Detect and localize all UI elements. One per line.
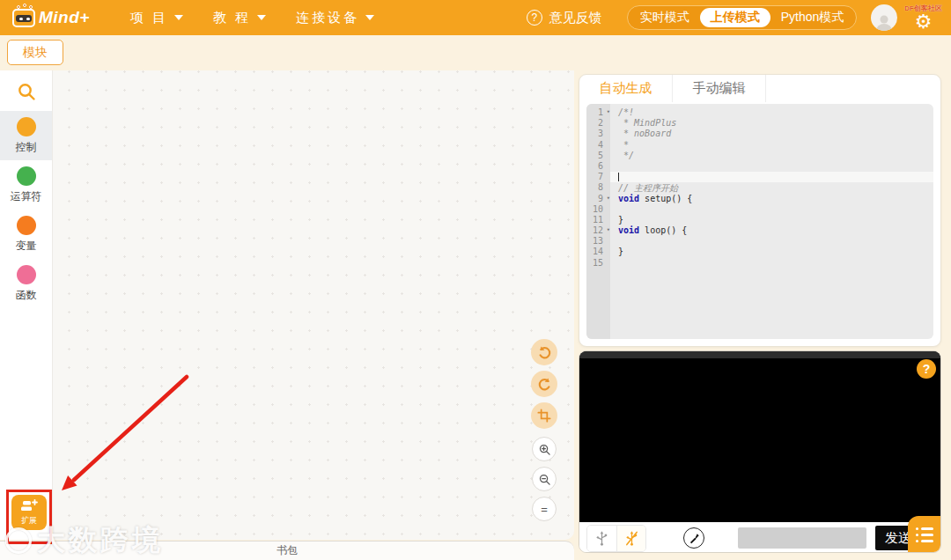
- line-number: 12▾: [586, 225, 610, 236]
- line-number: 5: [586, 151, 610, 161]
- code-tabs: 自动生成 手动编辑: [579, 75, 940, 102]
- code-token: setup() {: [639, 194, 692, 203]
- mindplus-logo[interactable]: Mind+: [12, 8, 90, 27]
- broom-icon: [689, 533, 700, 544]
- line-number: 8: [586, 182, 610, 193]
- extensions-button[interactable]: 扩展: [11, 495, 47, 530]
- code-line: * MindPlus: [610, 118, 933, 129]
- question-circle-icon: ?: [527, 10, 542, 26]
- undo-button[interactable]: [531, 339, 557, 365]
- search-icon[interactable]: [16, 81, 37, 102]
- list-icon: [916, 527, 933, 530]
- chevron-down-icon: [365, 15, 374, 20]
- mode-switch-group: 实时模式 上传模式 Python模式: [627, 5, 858, 30]
- sidebar-category[interactable]: 变量: [0, 210, 52, 259]
- usb-connect-button[interactable]: [587, 526, 616, 551]
- sidebar-category[interactable]: 运算符: [0, 160, 52, 210]
- serial-output-screen: ?: [579, 351, 940, 522]
- code-body: /*! * MindPlus * noBoard * */// 主程序开始voi…: [610, 104, 933, 339]
- line-number: 10: [586, 204, 610, 215]
- extension-blocks-icon: [20, 499, 38, 514]
- gear-icon[interactable]: ⚙: [915, 13, 933, 31]
- code-line: }: [610, 215, 933, 225]
- menu-tutorial[interactable]: 教 程: [213, 10, 266, 26]
- code-line: // 主程序开始: [610, 182, 933, 193]
- code-line: void loop() {: [610, 225, 933, 236]
- line-number: 4: [586, 140, 610, 151]
- line-number-gutter: 1▾23456789▾101112▾131415: [586, 104, 610, 339]
- code-line: */: [610, 151, 933, 161]
- code-line: [610, 258, 933, 269]
- sidebar-category[interactable]: 控制: [0, 111, 52, 160]
- zoom-in-button[interactable]: [532, 437, 557, 461]
- tab-auto-generate[interactable]: 自动生成: [579, 75, 673, 102]
- tab-modules[interactable]: 模块: [7, 40, 63, 65]
- line-number: 13: [586, 236, 610, 247]
- menu-project[interactable]: 项 目: [130, 10, 183, 26]
- code-token: * MindPlus: [618, 118, 676, 128]
- code-line: /*!: [610, 107, 933, 118]
- code-token: */: [618, 151, 634, 160]
- tab-manual-edit[interactable]: 手动编辑: [673, 75, 766, 102]
- category-list: 控制运算符变量函数: [0, 111, 52, 308]
- backpack-bar[interactable]: 书包: [0, 541, 574, 560]
- usb-toggle-group: [586, 525, 646, 552]
- extensions-label: 扩展: [21, 515, 37, 527]
- line-number: 11: [586, 215, 610, 225]
- serial-titlebar: [579, 351, 940, 358]
- line-number: 2: [586, 118, 610, 129]
- robot-logo-icon: [12, 9, 35, 27]
- category-color-dot: [17, 117, 36, 136]
- category-label: 控制: [16, 140, 37, 155]
- code-line: [610, 161, 933, 172]
- code-line: * noBoard: [610, 129, 933, 139]
- code-line: *: [610, 140, 933, 151]
- category-label: 变量: [16, 239, 37, 254]
- code-line: }: [610, 247, 933, 257]
- logo-text: Mind+: [39, 8, 90, 27]
- line-number: 14: [586, 247, 610, 257]
- code-token: void: [618, 194, 639, 203]
- sidebar-category[interactable]: 函数: [0, 259, 52, 308]
- redo-button[interactable]: [531, 371, 557, 397]
- serial-settings-menu-button[interactable]: [908, 516, 940, 553]
- serial-controls: 发送: [579, 522, 940, 553]
- chevron-down-icon: [257, 15, 266, 20]
- block-category-sidebar: 控制运算符变量函数 扩展: [0, 70, 53, 540]
- help-button[interactable]: ?: [917, 359, 936, 379]
- code-token: *: [618, 140, 629, 150]
- backpack-label: 书包: [276, 543, 298, 558]
- category-color-dot: [17, 216, 36, 235]
- code-token: * noBoard: [618, 129, 671, 138]
- line-number: 15: [586, 258, 610, 269]
- line-number: 9▾: [586, 194, 610, 204]
- user-icon: [874, 13, 894, 31]
- mode-python[interactable]: Python模式: [770, 8, 855, 27]
- menu-connect-device[interactable]: 连接设备: [296, 10, 374, 26]
- code-line: [610, 172, 933, 182]
- serial-send-input[interactable]: [738, 527, 866, 549]
- category-label: 函数: [16, 288, 37, 303]
- code-editor[interactable]: 1▾23456789▾101112▾131415 /*! * MindPlus …: [586, 104, 933, 339]
- zoom-out-button[interactable]: [532, 467, 557, 491]
- zoom-reset-button[interactable]: =: [532, 497, 557, 521]
- screenshot-crop-button[interactable]: [531, 402, 557, 429]
- code-panel: 自动生成 手动编辑 1▾23456789▾101112▾131415 /*! *…: [579, 74, 941, 347]
- category-label: 运算符: [11, 189, 42, 204]
- line-number: 7: [586, 172, 610, 182]
- mode-upload[interactable]: 上传模式: [700, 8, 770, 27]
- line-number: 6: [586, 161, 610, 172]
- category-color-dot: [17, 166, 36, 186]
- mode-realtime[interactable]: 实时模式: [630, 8, 700, 27]
- feedback-button[interactable]: ? 意见反馈: [527, 10, 602, 26]
- line-number: 1▾: [586, 107, 610, 118]
- category-color-dot: [17, 265, 36, 284]
- code-token: }: [618, 247, 623, 256]
- usb-disconnect-button[interactable]: [616, 526, 645, 551]
- block-workspace-canvas[interactable]: [53, 70, 574, 540]
- avatar[interactable]: [871, 4, 897, 31]
- code-token: // 主程序开始: [618, 183, 678, 193]
- clear-screen-button[interactable]: [683, 527, 704, 549]
- code-line: [610, 204, 933, 215]
- text-cursor: [618, 173, 619, 181]
